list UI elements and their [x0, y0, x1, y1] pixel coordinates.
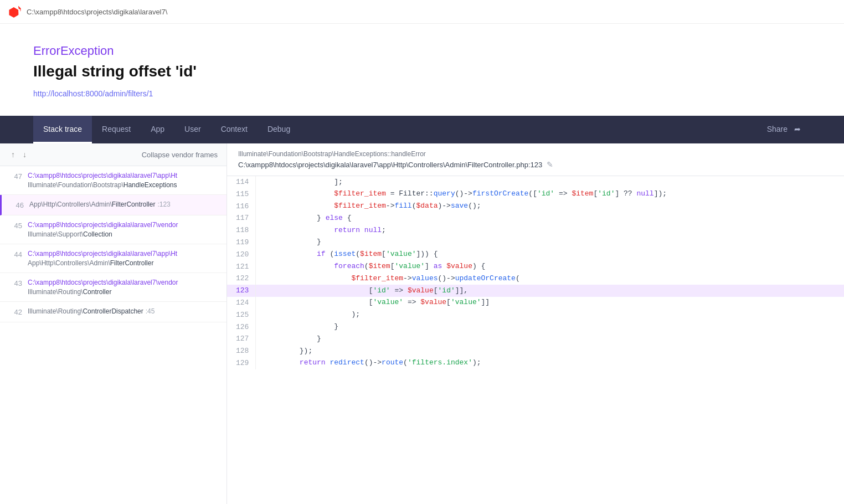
- frame-content: Illuminate\Routing\ControllerDispatcher:…: [28, 307, 218, 315]
- code-line: 114 ];: [227, 176, 844, 188]
- line-number: 126: [227, 321, 256, 333]
- code-line: 128 });: [227, 345, 844, 357]
- code-line: 125 );: [227, 309, 844, 321]
- code-line: 129 return redirect()->route('filters.in…: [227, 357, 844, 369]
- line-number: 124: [227, 297, 256, 309]
- top-bar: C:\xampp8\htdocs\projects\digikala\larav…: [0, 0, 844, 24]
- tab-debug[interactable]: Debug: [258, 116, 300, 143]
- code-line: 124 ['value' => $value['value']]: [227, 297, 844, 309]
- tab-stack-trace[interactable]: Stack trace: [33, 116, 92, 143]
- frame-content: App\Http\Controllers\Admin\FilterControl…: [29, 200, 218, 208]
- frame-class: Illuminate\Foundation\Bootstrap\HandleEx…: [28, 181, 218, 189]
- frame-content: C:\xampp8\htdocs\projects\digikala\larav…: [28, 250, 218, 267]
- tab-request[interactable]: Request: [92, 116, 141, 143]
- stack-frame-44[interactable]: 44 C:\xampp8\htdocs\projects\digikala\la…: [0, 244, 227, 273]
- code-line: 122 $filter_item->values()->updateOrCrea…: [227, 272, 844, 285]
- code-line: 117 } else {: [227, 212, 844, 224]
- arrow-up-icon[interactable]: ↑: [9, 149, 17, 160]
- frame-class: Illuminate\Routing\Controller: [28, 288, 218, 296]
- frame-number: 44: [9, 250, 22, 259]
- tab-share[interactable]: Share ➦: [757, 116, 811, 143]
- line-number: 119: [227, 236, 256, 249]
- line-code: $filter_item = Filter::query()->firstOrC…: [256, 188, 844, 200]
- stack-panel: ↑ ↓ Collapse vendor frames 47 C:\xampp8\…: [0, 143, 227, 504]
- frame-file: C:\xampp8\htdocs\projects\digikala\larav…: [28, 172, 218, 179]
- line-number: 120: [227, 249, 256, 261]
- line-number: 128: [227, 345, 256, 357]
- line-code: });: [256, 345, 844, 357]
- code-line: 120 if (isset($item['value'])) {: [227, 249, 844, 261]
- line-number: 123: [227, 285, 256, 297]
- stack-frame-46[interactable]: 46 App\Http\Controllers\Admin\FilterCont…: [0, 195, 227, 215]
- tab-app[interactable]: App: [141, 116, 174, 143]
- share-icon: ➦: [794, 125, 801, 133]
- frame-content: C:\xampp8\htdocs\projects\digikala\larav…: [28, 172, 218, 189]
- line-code: }: [256, 333, 844, 345]
- filepath-text: C:\xampp8\htdocs\projects\digikala\larav…: [238, 161, 542, 169]
- code-line: 118 return null;: [227, 224, 844, 236]
- code-line: 127 }: [227, 333, 844, 345]
- line-code: ];: [256, 176, 844, 188]
- stack-frame-43[interactable]: 43 C:\xampp8\htdocs\projects\digikala\la…: [0, 273, 227, 302]
- stack-header: ↑ ↓ Collapse vendor frames: [0, 143, 227, 166]
- file-path: C:\xampp8\htdocs\projects\digikala\larav…: [27, 8, 167, 16]
- code-line: 119 }: [227, 236, 844, 249]
- line-code: foreach($item['value'] as $value) {: [256, 261, 844, 273]
- laravel-logo: [9, 6, 21, 18]
- stack-frame-47[interactable]: 47 C:\xampp8\htdocs\projects\digikala\la…: [0, 166, 227, 195]
- error-message: Illegal string offset 'id': [33, 63, 811, 80]
- share-label: Share: [767, 125, 788, 133]
- line-number: 129: [227, 357, 256, 369]
- line-number: 127: [227, 333, 256, 345]
- line-number: 117: [227, 212, 256, 224]
- frame-file: C:\xampp8\htdocs\projects\digikala\larav…: [28, 279, 218, 286]
- frame-content: C:\xampp8\htdocs\projects\digikala\larav…: [28, 221, 218, 238]
- line-number: 125: [227, 309, 256, 321]
- line-number: 122: [227, 272, 256, 285]
- code-line: 121 foreach($item['value'] as $value) {: [227, 261, 844, 273]
- tab-user[interactable]: User: [174, 116, 211, 143]
- code-namespace: Illuminate\Foundation\Bootstrap\HandleEx…: [238, 150, 833, 158]
- line-code: }: [256, 236, 844, 249]
- code-filepath: C:\xampp8\htdocs\projects\digikala\larav…: [238, 160, 833, 169]
- line-number: 115: [227, 188, 256, 200]
- error-url[interactable]: http://localhost:8000/admin/filters/1: [33, 89, 153, 98]
- frame-class: App\Http\Controllers\Admin\FilterControl…: [28, 259, 218, 267]
- stack-frame-45[interactable]: 45 C:\xampp8\htdocs\projects\digikala\la…: [0, 215, 227, 244]
- frame-number: 46: [11, 201, 24, 209]
- line-code: } else {: [256, 212, 844, 224]
- line-code: );: [256, 309, 844, 321]
- arrow-down-icon[interactable]: ↓: [20, 149, 29, 160]
- line-number: 116: [227, 200, 256, 213]
- code-header: Illuminate\Foundation\Bootstrap\HandleEx…: [227, 143, 844, 176]
- code-line: 116 $filter_item->fill($data)->save();: [227, 200, 844, 213]
- frame-number: 43: [9, 279, 22, 287]
- line-code: ['id' => $value['id']],: [256, 285, 844, 297]
- line-code: if (isset($item['value'])) {: [256, 249, 844, 261]
- tab-context[interactable]: Context: [211, 116, 258, 143]
- code-table: 114 ];115 $filter_item = Filter::query()…: [227, 176, 844, 369]
- code-line: 126 }: [227, 321, 844, 333]
- stack-frame-42[interactable]: 42 Illuminate\Routing\ControllerDispatch…: [0, 302, 227, 322]
- line-number: 118: [227, 224, 256, 236]
- line-code: }: [256, 321, 844, 333]
- main-content: ↑ ↓ Collapse vendor frames 47 C:\xampp8\…: [0, 143, 844, 504]
- frame-file: C:\xampp8\htdocs\projects\digikala\larav…: [28, 221, 218, 229]
- code-panel: Illuminate\Foundation\Bootstrap\HandleEx…: [227, 143, 844, 504]
- frame-class: App\Http\Controllers\Admin\FilterControl…: [29, 200, 218, 208]
- error-type: ErrorException: [33, 44, 811, 58]
- collapse-vendor-button[interactable]: Collapse vendor frames: [142, 151, 218, 159]
- error-header: ErrorException Illegal string offset 'id…: [0, 24, 844, 116]
- tab-navigation: Stack trace Request App User Context Deb…: [0, 116, 844, 143]
- line-code: $filter_item->fill($data)->save();: [256, 200, 844, 213]
- frame-class: Illuminate\Routing\ControllerDispatcher:…: [28, 307, 218, 315]
- frame-number: 42: [9, 308, 22, 316]
- edit-icon[interactable]: ✎: [547, 160, 553, 169]
- code-line: 123 ['id' => $value['id']],: [227, 285, 844, 297]
- line-number: 114: [227, 176, 256, 188]
- frame-file: C:\xampp8\htdocs\projects\digikala\larav…: [28, 250, 218, 258]
- line-code: ['value' => $value['value']]: [256, 297, 844, 309]
- frame-class: Illuminate\Support\Collection: [28, 230, 218, 238]
- line-code: return null;: [256, 224, 844, 236]
- frame-content: C:\xampp8\htdocs\projects\digikala\larav…: [28, 279, 218, 296]
